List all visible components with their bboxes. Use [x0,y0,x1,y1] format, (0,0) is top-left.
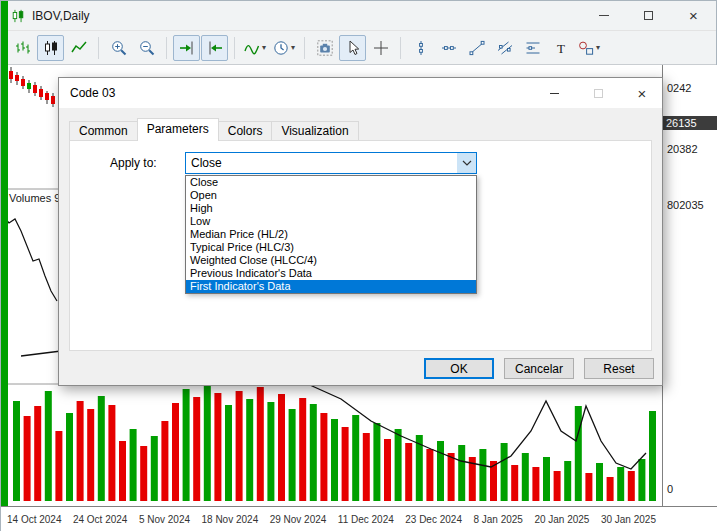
option-low[interactable]: Low [186,215,476,228]
candlestick [45,93,49,100]
horizontal-line-icon [441,40,457,56]
window-minimize-button[interactable] [581,1,626,30]
toolbar-separator [400,37,401,59]
cancelar-button[interactable]: Cancelar [504,358,574,379]
crosshair-button[interactable] [367,35,394,61]
time-axis[interactable]: 14 Oct 202424 Oct 20245 Nov 202418 Nov 2… [1,506,717,531]
volumes-indicator-line [3,216,57,301]
option-median-price-hl-2[interactable]: Median Price (HL/2) [186,228,476,241]
auto-scroll-button[interactable] [173,35,200,61]
volume-bar [130,429,137,501]
channel-button[interactable] [491,35,518,61]
reset-button[interactable]: Reset [584,358,654,379]
minimize-icon [550,93,559,94]
cursor-button[interactable] [339,35,366,61]
volume-bar [299,398,306,501]
line-chart-button[interactable] [65,35,92,61]
crosshair-icon [373,40,389,56]
volume-bar [501,443,508,501]
trendline-button[interactable] [463,35,490,61]
chart-shift-button[interactable] [201,35,228,61]
bar-chart-button[interactable] [9,35,36,61]
option-open[interactable]: Open [186,189,476,202]
volume-bar [267,402,274,501]
dialog-tabstrip: CommonParametersColorsVisualization [69,118,358,141]
price-scale-label: 0242 [667,82,691,94]
option-first-indicator-s-data[interactable]: First Indicator's Data [186,280,476,293]
timeframes-button[interactable]: ▾ [270,35,298,61]
zoom-in-icon [111,40,127,56]
dialog-minimize-button[interactable] [544,83,564,103]
option-close[interactable]: Close [186,176,476,189]
text-label-icon: T [553,40,569,56]
chevron-down-icon[interactable] [457,153,476,173]
candlestick [21,79,25,86]
volume-bar [172,403,179,501]
candlestick [33,85,37,93]
window-close-button[interactable]: × [671,1,716,30]
option-high[interactable]: High [186,202,476,215]
price-scale-label: 0 [667,483,673,495]
candlestick [9,71,13,79]
horizontal-line-button[interactable] [435,35,462,61]
chevron-down-icon: ▾ [291,44,295,52]
candlestick [27,83,31,89]
toolbar-separator [98,37,99,59]
mt5-chart-window: IBOV,Daily × ▾▾T▾ Volumes 99 02422613520… [0,0,717,531]
volume-bar [554,471,561,501]
date-axis-label: 11 Dec 2024 [338,514,394,525]
volume-bar [193,397,200,501]
tab-colors[interactable]: Colors [218,121,273,140]
tab-visualization[interactable]: Visualization [271,121,358,140]
volume-bar [628,471,635,501]
apply-to-dropdown-list: CloseOpenHighLowMedian Price (HL/2)Typic… [185,175,477,294]
volume-bar [564,461,571,501]
line-chart-icon [71,40,87,56]
svg-text:T: T [557,40,565,55]
date-axis-label: 24 Oct 2024 [73,514,127,525]
maximize-icon-disabled [594,89,603,98]
window-titlebar[interactable]: IBOV,Daily × [1,1,716,31]
volume-bar [458,445,465,501]
volume-bar [585,473,592,501]
indicators-button[interactable]: ▾ [241,35,269,61]
volume-bar [638,459,645,501]
apply-to-combobox[interactable]: Close [185,152,477,174]
window-controls: × [581,1,716,30]
option-weighted-close-hlcc-4[interactable]: Weighted Close (HLCC/4) [186,254,476,267]
fibo-lines-button[interactable] [519,35,546,61]
volume-bar [511,465,518,501]
tab-common[interactable]: Common [69,121,138,140]
text-label-button[interactable]: T [547,35,574,61]
date-axis-label: 23 Dec 2024 [405,514,462,525]
candlestick-chart-button[interactable] [37,35,64,61]
shapes-button[interactable]: ▾ [575,35,603,61]
window-maximize-button[interactable] [626,1,671,30]
volume-bar [607,477,614,501]
option-previous-indicator-s-data[interactable]: Previous Indicator's Data [186,267,476,280]
volume-bar [575,406,582,501]
screenshot-button[interactable] [311,35,338,61]
bar-chart-icon [15,40,31,56]
dialog-titlebar[interactable]: Code 03 × [59,78,662,108]
ok-button[interactable]: OK [424,358,494,379]
date-axis-label: 8 Jan 2025 [473,514,523,525]
volume-bar [140,446,147,501]
vertical-line-button[interactable] [407,35,434,61]
dialog-controls: × [544,78,652,108]
volume-bar [278,394,285,501]
volume-bar [342,427,349,501]
price-scale[interactable]: 024226135203828020350 [662,65,717,506]
candlestick [15,75,19,81]
date-axis-label: 14 Oct 2024 [7,514,61,525]
current-price-badge: 26135 [663,116,717,130]
volume-bar [66,413,73,501]
dialog-close-button[interactable]: × [632,83,652,103]
tab-parameters[interactable]: Parameters [137,118,219,141]
volume-bar [384,439,391,501]
date-axis-label: 30 Jan 2025 [601,514,656,525]
option-typical-price-hlc-3[interactable]: Typical Price (HLC/3) [186,241,476,254]
zoom-in-button[interactable] [105,35,132,61]
zoom-out-button[interactable] [133,35,160,61]
toolbar-separator [234,37,235,59]
